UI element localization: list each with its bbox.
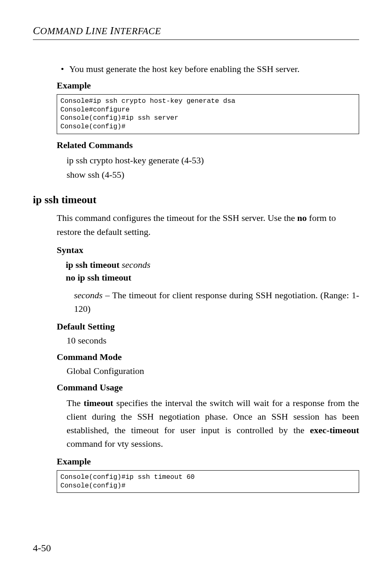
usage-pre: The: [67, 398, 84, 408]
related-command-1: ip ssh crypto host-key generate (4-53): [67, 154, 359, 167]
example2-label: Example: [57, 456, 359, 467]
syntax-line-2: no ip ssh timeout: [66, 272, 359, 284]
usage-paragraph: The timeout specifies the interval the s…: [67, 396, 359, 450]
syntax-description: seconds – The timeout for client respons…: [74, 288, 359, 316]
usage-bold2: exec-timeout: [310, 425, 359, 435]
running-header: COMMAND LINE INTERFACE: [33, 25, 359, 40]
syntax-line-1: ip ssh timeout seconds: [66, 259, 359, 272]
syntax-desc-italic: seconds: [74, 290, 103, 300]
command-mode-label: Command Mode: [57, 352, 359, 362]
page-number: 4-50: [33, 543, 51, 554]
example-label: Example: [57, 80, 359, 91]
usage-bold1: timeout: [84, 398, 113, 408]
intro-bold: no: [297, 213, 307, 223]
bullet-item: • You must generate the host key before …: [61, 64, 359, 74]
default-setting-value: 10 seconds: [67, 335, 359, 346]
intro-paragraph: This command configures the timeout for …: [57, 211, 359, 239]
usage-post: command for vty sessions.: [67, 439, 163, 449]
default-setting-label: Default Setting: [57, 321, 359, 332]
command-heading: ip ssh timeout: [33, 194, 359, 206]
syntax-line1-bold: ip ssh timeout: [66, 260, 120, 270]
syntax-line2-bold: no ip ssh timeout: [66, 272, 131, 283]
code-block-1: Console#ip ssh crypto host-key generate …: [57, 94, 359, 134]
bullet-icon: •: [61, 64, 64, 74]
command-usage-label: Command Usage: [57, 382, 359, 393]
related-commands-label: Related Commands: [57, 140, 359, 151]
syntax-desc-rest: – The timeout for client response during…: [74, 290, 359, 314]
related-command-2: show ssh (4-55): [67, 168, 359, 181]
code-block-2: Console(config)#ip ssh timeout 60 Consol…: [57, 470, 359, 493]
intro-pre: This command configures the timeout for …: [57, 213, 297, 223]
command-mode-value: Global Configuration: [67, 366, 359, 376]
syntax-line1-italic: seconds: [120, 260, 150, 270]
bullet-text: You must generate the host key before en…: [69, 64, 299, 74]
syntax-label: Syntax: [57, 245, 359, 255]
